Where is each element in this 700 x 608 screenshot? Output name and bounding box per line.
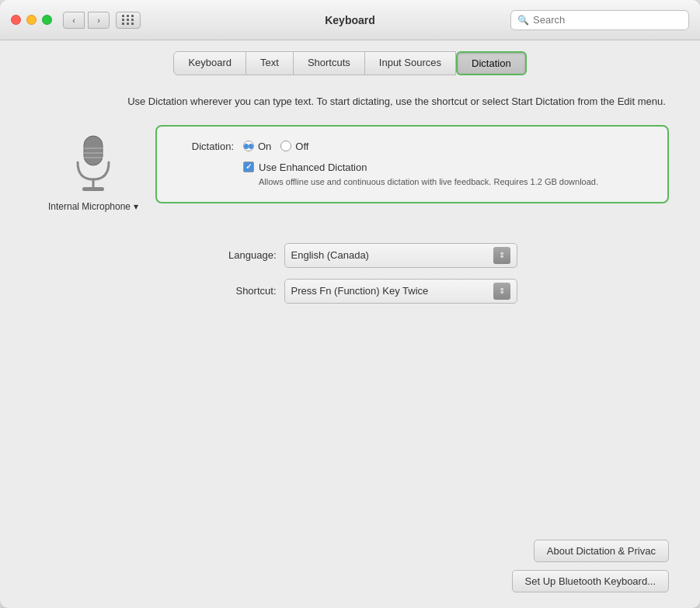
microphone-icon [70,133,117,195]
svg-rect-0 [84,136,103,165]
about-dictation-button[interactable]: About Dictation & Privac [534,540,669,562]
enhanced-checkbox-row[interactable]: ✓ Use Enhanced Dictation [243,162,649,173]
tab-shortcuts[interactable]: Shortcuts [294,51,365,75]
search-icon: 🔍 [517,15,529,26]
shortcut-select[interactable]: Press Fn (Function) Key Twice ⇕ [284,279,517,304]
tab-text[interactable]: Text [246,51,294,75]
microphone-label[interactable]: Internal Microphone ▾ [48,201,138,212]
nav-buttons: ‹ › [63,12,110,29]
forward-icon: › [97,16,100,25]
language-select[interactable]: English (Canada) ⇕ [284,243,517,268]
enhanced-dictation-row: ✓ Use Enhanced Dictation Allows offline … [243,162,649,188]
form-section: Language: English (Canada) ⇕ Shortcut: P… [31,243,669,314]
radio-off[interactable]: Off [280,141,308,152]
maximize-button[interactable] [42,15,52,25]
grid-button[interactable] [116,12,141,29]
title-bar: ‹ › Keyboard 🔍 [0,0,700,40]
chevron-shortcut-icon: ⇕ [499,287,505,295]
tabs-bar: Keyboard Text Shortcuts Input Sources Di… [0,40,700,75]
language-row: Language: English (Canada) ⇕ [31,243,669,268]
radio-on-circle [243,141,254,151]
enhanced-description: Allows offline use and continuous dictat… [259,176,649,188]
keyboard-window: ‹ › Keyboard 🔍 Keyboard Text Shortcuts I… [0,0,700,608]
dictation-field-label: Dictation: [176,141,234,152]
dictation-options-box: Dictation: On Off [155,125,669,203]
microphone-section: Internal Microphone ▾ Dictation: On [31,125,669,212]
shortcut-value: Press Fn (Function) Key Twice [291,285,429,297]
tab-keyboard[interactable]: Keyboard [173,51,246,75]
setup-bluetooth-button[interactable]: Set Up Bluetooth Keyboard... [512,570,669,592]
microphone-container: Internal Microphone ▾ [31,133,155,212]
close-button[interactable] [11,15,21,25]
window-title: Keyboard [325,14,375,26]
language-label: Language: [183,249,277,261]
enhanced-checkbox[interactable]: ✓ [243,162,254,172]
radio-off-circle [280,141,291,151]
shortcut-label: Shortcut: [183,285,277,297]
shortcut-row: Shortcut: Press Fn (Function) Key Twice … [31,279,669,304]
search-box[interactable]: 🔍 [510,10,689,30]
enhanced-label: Use Enhanced Dictation [259,162,367,173]
minimize-button[interactable] [26,15,37,25]
checkbox-check-icon: ✓ [246,163,252,171]
tab-dictation[interactable]: Dictation [456,51,527,75]
dictation-radio-group: On Off [243,141,308,152]
back-button[interactable]: ‹ [63,12,85,29]
search-input[interactable] [533,14,682,26]
radio-on[interactable]: On [243,141,271,152]
shortcut-select-arrow: ⇕ [493,283,510,300]
content-area: Use Dictation wherever you can type text… [0,75,700,608]
bottom-buttons: About Dictation & Privac Set Up Bluetoot… [31,524,669,592]
grid-icon [122,15,134,25]
radio-off-label: Off [295,141,308,152]
language-value: English (Canada) [291,249,369,261]
language-select-arrow: ⇕ [493,247,510,264]
description-text: Use Dictation wherever you can type text… [124,94,669,109]
chevron-up-down-icon: ⇕ [499,251,505,259]
back-icon: ‹ [72,16,75,25]
svg-rect-5 [82,187,104,191]
mic-label-text: Internal Microphone [48,201,131,212]
dictation-toggle-row: Dictation: On Off [176,141,649,152]
mic-dropdown-arrow: ▾ [134,201,138,212]
traffic-lights [11,15,52,25]
forward-button[interactable]: › [88,12,110,29]
tab-input-sources[interactable]: Input Sources [365,51,456,75]
radio-on-label: On [258,141,271,152]
